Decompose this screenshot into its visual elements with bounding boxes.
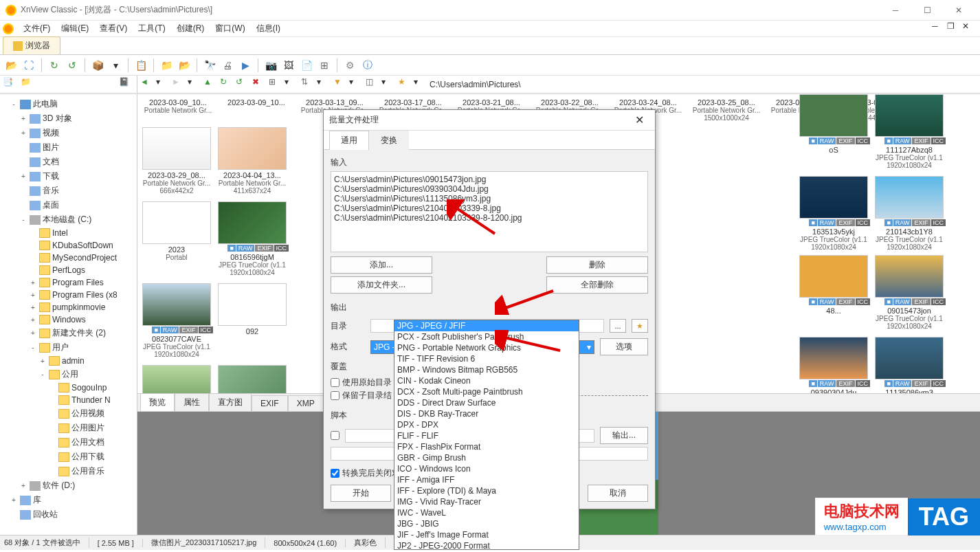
tree-item[interactable]: +pumpkinmovie — [0, 301, 137, 313]
dropdown-option[interactable]: JBG - JBIG — [394, 518, 579, 529]
layout-icon[interactable]: ◫ — [366, 77, 381, 92]
tree-item[interactable]: 公用下载 — [0, 450, 137, 464]
convert-dd-icon[interactable]: ▾ — [107, 57, 124, 74]
nav-up-icon[interactable]: ▲ — [203, 77, 219, 92]
menu-view[interactable]: 查看(V) — [94, 21, 133, 36]
dropdown-option[interactable]: PNG - Portable Network Graphics — [394, 342, 579, 353]
tree-item[interactable]: +Program Files (x8 — [0, 289, 137, 301]
tree-item[interactable]: 公用文档 — [0, 435, 137, 450]
mdi-close-button[interactable]: ✕ — [962, 21, 977, 36]
thumbnail-item[interactable]: ■RAWEXIFICC210143cb1Y8JPEG TrueColor (v1… — [873, 176, 946, 251]
tree-item[interactable]: 回收站 — [0, 507, 137, 522]
preview-tab-exif[interactable]: EXIF — [252, 395, 288, 411]
menu-window[interactable]: 窗口(W) — [210, 21, 250, 36]
print-icon[interactable]: 🖨 — [219, 57, 236, 74]
nav-fwd-icon[interactable]: ► — [172, 77, 187, 92]
dropdown-option[interactable]: IMG - Vivid Ray-Tracer — [394, 496, 579, 507]
refresh2-icon[interactable]: ↺ — [64, 57, 80, 74]
favorite-dir-button[interactable]: ★ — [632, 319, 648, 333]
tree-btn3[interactable]: 📓 — [119, 77, 134, 92]
dropdown-option[interactable]: PCX - Zsoft Publisher's Paintbrush — [394, 331, 579, 342]
dropdown-option[interactable]: ICO - Windows Icon — [394, 463, 579, 474]
dropdown-option[interactable]: TIF - TIFF Revision 6 — [394, 353, 579, 364]
dropdown-option[interactable]: DIS - DKB Ray-Tracer — [394, 408, 579, 419]
dropdown-option[interactable]: IWC - WaveL — [394, 507, 579, 518]
preview-tab-properties[interactable]: 属性 — [175, 393, 209, 411]
start-button[interactable]: 开始 — [331, 485, 391, 502]
tree-item[interactable]: -用户 — [0, 340, 137, 355]
webpage-icon[interactable]: 📄 — [298, 57, 315, 74]
use-orig-dir-checkbox[interactable] — [331, 378, 339, 387]
folder-tree[interactable]: -此电脑+3D 对象+视频图片文档+下载音乐桌面-本地磁盘 (C:)IntelK… — [0, 94, 137, 535]
settings-icon[interactable]: ⚙ — [342, 57, 358, 74]
tree-item[interactable]: +Program Files — [0, 276, 137, 289]
tree-item[interactable]: SogouInp — [0, 382, 137, 394]
delete-icon[interactable]: ✖ — [252, 77, 267, 92]
tree-item[interactable]: -此电脑 — [0, 97, 137, 111]
tree-item[interactable]: +库 — [0, 493, 137, 507]
close-after-checkbox[interactable] — [331, 469, 339, 478]
tree-item[interactable]: MySecondProject — [0, 252, 137, 264]
tree-item[interactable]: -本地磁盘 (C:) — [0, 212, 137, 227]
tree-item[interactable]: +软件 (D:) — [0, 478, 137, 493]
menu-edit[interactable]: 编辑(E) — [56, 21, 94, 36]
dialog-tab-general[interactable]: 通用 — [329, 131, 369, 150]
maximize-button[interactable]: ☐ — [911, 0, 943, 21]
tree-item[interactable]: +Windows — [0, 313, 137, 326]
copy-to-icon[interactable]: 📁 — [158, 57, 175, 74]
keep-subdir-checkbox[interactable] — [331, 391, 339, 400]
sort-icon[interactable]: ⇅ — [301, 77, 316, 92]
view-mode-icon[interactable]: ⊞ — [269, 77, 284, 92]
menu-create[interactable]: 创建(R) — [171, 21, 210, 36]
cancel-button[interactable]: 取消 — [588, 485, 648, 502]
tree-item[interactable]: 文档 — [0, 155, 137, 169]
dropdown-option[interactable]: IFF - Explore (TDI) & Maya — [394, 485, 579, 496]
convert-icon[interactable]: 📦 — [89, 57, 106, 74]
tree-btn1[interactable]: 📑 — [3, 77, 18, 92]
preview-tab-preview[interactable]: 预览 — [140, 393, 175, 411]
thumbnail-item[interactable]: ■RAWEXIFICC0823077CAVEJPEG TrueColor (v1… — [140, 283, 213, 358]
tree-item[interactable]: +3D 对象 — [0, 111, 137, 126]
filter-icon[interactable]: ▼ — [333, 77, 348, 92]
favorite-dd[interactable]: ▾ — [414, 77, 429, 92]
dialog-tab-transform[interactable]: 变换 — [369, 131, 409, 150]
thumbnail-item[interactable]: 2023Portabl — [140, 201, 213, 276]
fullscreen-icon[interactable]: ⛶ — [21, 57, 37, 74]
tree-item[interactable]: +视频 — [0, 126, 137, 140]
format-dropdown-list[interactable]: JPG - JPEG / JFIFPCX - Zsoft Publisher's… — [394, 320, 579, 550]
dropdown-option[interactable]: BMP - Windows Bitmap RGB565 — [394, 364, 579, 375]
tree-item[interactable]: 公用视频 — [0, 406, 137, 421]
refresh-icon[interactable]: ↻ — [46, 57, 63, 74]
tree-item[interactable]: 图片 — [0, 140, 137, 155]
layout-dd[interactable]: ▾ — [381, 77, 397, 92]
thumbnail-item[interactable]: ■RAWEXIFICC09390304JduJPEG TrueColor (v1… — [797, 337, 870, 393]
dropdown-option[interactable]: IFF - Amiga IFF — [394, 474, 579, 485]
dropdown-option[interactable]: GBR - Gimp Brush — [394, 452, 579, 463]
tab-browser[interactable]: 浏览器 — [3, 36, 60, 54]
thumbnail-item[interactable]: ■RAWEXIFICC210402103339-8JPEG TrueColor … — [140, 365, 213, 393]
thumbnail-item[interactable]: ■RAWEXIFICC163513v5ykjJPEG TrueColor (v1… — [797, 176, 870, 251]
add-folder-button[interactable]: 添加文件夹... — [331, 276, 432, 294]
dropdown-option[interactable]: JP2 - JPEG-2000 Format — [394, 540, 579, 550]
tree-item[interactable]: 桌面 — [0, 198, 137, 212]
dialog-close-button[interactable]: ✕ — [629, 113, 649, 126]
dropdown-option[interactable]: DDS - Direct Draw Surface — [394, 397, 579, 408]
tree-btn2[interactable]: 📁 — [21, 77, 36, 92]
thumbnail-item[interactable]: ■RAWEXIFICC210402103339-...JPEG TrueColo… — [216, 365, 289, 393]
dropdown-option[interactable]: JIF - Jeff's Image Format — [394, 529, 579, 540]
menu-info[interactable]: 信息(I) — [251, 21, 286, 36]
nav-fwd-dd[interactable]: ▾ — [188, 77, 203, 92]
dropdown-option[interactable]: JPG - JPEG / JFIF — [394, 320, 579, 331]
thumbnail-item[interactable]: 2023-03-09_10...Portable Network Gr... — [140, 97, 216, 122]
sort-dd[interactable]: ▾ — [317, 77, 332, 92]
thumbnail-item[interactable]: ■RAWEXIFICC11135086ym3JPEG TrueColor (v1… — [873, 337, 946, 393]
thumbnail-item[interactable]: ■RAWEXIFICC0816596tjgMJPEG TrueColor (v1… — [216, 201, 289, 276]
thumbnail-item[interactable]: 092 — [216, 283, 289, 358]
camera-icon[interactable]: 📷 — [263, 57, 279, 74]
dropdown-option[interactable]: DPX - DPX — [394, 419, 579, 430]
menu-tools[interactable]: 工具(T) — [133, 21, 170, 36]
search-icon[interactable]: 🔭 — [201, 57, 218, 74]
dropdown-option[interactable]: FLIF - FLIF — [394, 430, 579, 441]
dropdown-option[interactable]: FPX - FlashPix Format — [394, 441, 579, 452]
capture-icon[interactable]: 📋 — [133, 57, 149, 74]
